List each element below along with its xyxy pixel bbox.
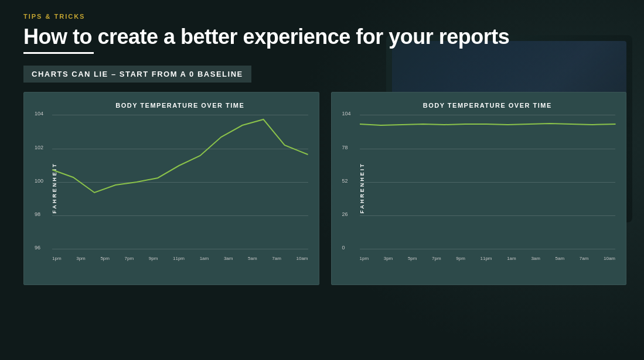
x-tick: 9pm bbox=[456, 256, 465, 261]
chart2-svg bbox=[360, 115, 616, 249]
y-tick: 98 bbox=[35, 211, 40, 217]
x-tick: 7am bbox=[580, 256, 589, 261]
y-tick: 102 bbox=[35, 145, 43, 150]
chart2-title: BODY TEMPERATURE OVER TIME bbox=[360, 102, 616, 109]
category-label: TIPS & TRICKS bbox=[23, 13, 626, 20]
chart1-area: FAHRENHEIT 104 102 100 98 bbox=[52, 115, 308, 261]
main-content: TIPS & TRICKS How to create a better exp… bbox=[0, 0, 644, 297]
x-tick: 1am bbox=[507, 256, 516, 261]
y-tick: 104 bbox=[35, 111, 43, 116]
chart1-svg bbox=[52, 115, 308, 249]
x-tick: 5pm bbox=[408, 256, 417, 261]
x-tick: 3am bbox=[531, 256, 540, 261]
chart1-title: BODY TEMPERATURE OVER TIME bbox=[52, 102, 308, 109]
chart2-x-axis: 1pm 3pm 5pm 7pm 9pm 11pm 1am 3am 5am 7am… bbox=[360, 256, 616, 261]
x-tick: 10am bbox=[296, 256, 308, 261]
y-tick: 26 bbox=[342, 211, 348, 217]
x-tick: 3pm bbox=[384, 256, 393, 261]
y-tick: 0 bbox=[342, 245, 345, 251]
chart2-area: FAHRENHEIT 104 78 52 26 bbox=[360, 115, 616, 261]
x-tick: 3pm bbox=[76, 256, 86, 261]
y-tick: 78 bbox=[342, 145, 348, 150]
y-tick: 104 bbox=[342, 111, 351, 116]
chart-baseline: BODY TEMPERATURE OVER TIME FAHRENHEIT 10… bbox=[331, 92, 627, 285]
x-tick: 1pm bbox=[52, 256, 62, 261]
x-tick: 5pm bbox=[100, 256, 110, 261]
x-tick: 7pm bbox=[432, 256, 441, 261]
x-tick: 1pm bbox=[360, 256, 369, 261]
y-tick: 52 bbox=[342, 178, 348, 184]
chart-zoomed: BODY TEMPERATURE OVER TIME FAHRENHEIT 10… bbox=[23, 92, 319, 285]
x-tick: 5am bbox=[556, 256, 565, 261]
x-tick: 5am bbox=[248, 256, 257, 261]
y-tick: 96 bbox=[35, 245, 40, 251]
x-tick: 10am bbox=[604, 256, 615, 261]
x-tick: 11pm bbox=[173, 256, 185, 261]
title-underline bbox=[23, 52, 94, 54]
x-tick: 7pm bbox=[125, 256, 134, 261]
chart1-x-axis: 1pm 3pm 5pm 7pm 9pm 11pm 1am 3am 5am 7am… bbox=[52, 256, 308, 261]
x-tick: 3am bbox=[224, 256, 233, 261]
x-tick: 1am bbox=[200, 256, 209, 261]
x-tick: 9pm bbox=[149, 256, 158, 261]
x-tick: 7am bbox=[272, 256, 281, 261]
x-tick: 11pm bbox=[481, 256, 492, 261]
y-tick: 100 bbox=[35, 178, 43, 184]
section-header: CHARTS CAN LIE – START FROM A 0 BASELINE bbox=[23, 66, 251, 83]
main-title: How to create a better experience for yo… bbox=[23, 25, 626, 49]
charts-container: BODY TEMPERATURE OVER TIME FAHRENHEIT 10… bbox=[23, 92, 626, 285]
